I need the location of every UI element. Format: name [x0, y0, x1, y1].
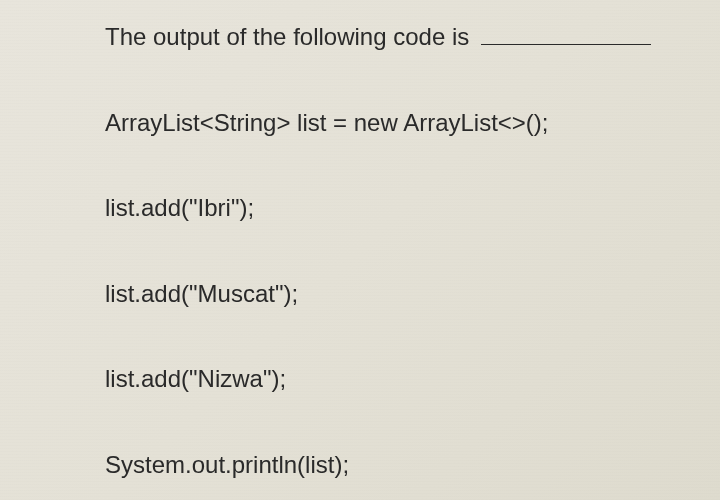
question-page: The output of the following code is Arra… [0, 0, 720, 500]
answer-blank[interactable] [481, 20, 651, 45]
question-prompt-text: The output of the following code is [105, 21, 469, 52]
code-line: list.add("Ibri"); [105, 192, 690, 223]
code-line: list.add("Nizwa"); [105, 363, 690, 394]
code-line: list.add("Muscat"); [105, 278, 690, 309]
question-prompt-line: The output of the following code is [105, 20, 690, 52]
code-line: ArrayList<String> list = new ArrayList<>… [105, 107, 690, 138]
code-line: System.out.println(list); [105, 449, 690, 480]
